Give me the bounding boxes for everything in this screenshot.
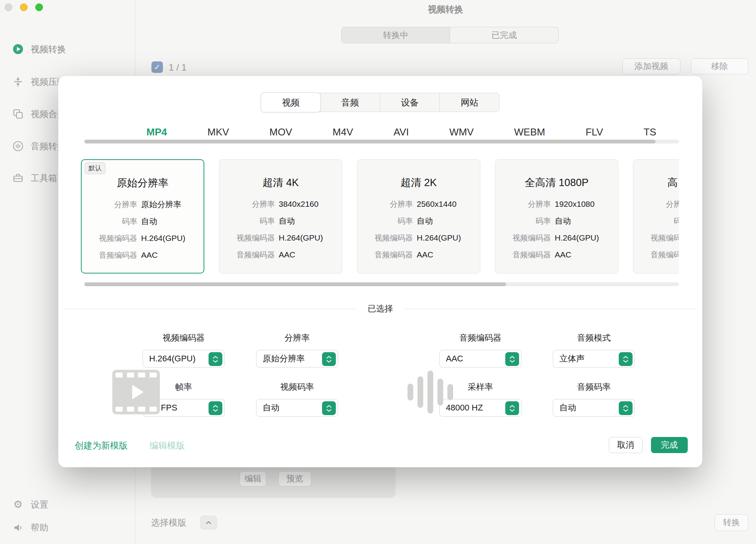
sidebar-item-video-convert[interactable]: 视频转换 <box>12 41 66 58</box>
category-tab-video[interactable]: 视频 <box>261 93 320 112</box>
zoom-button[interactable] <box>35 3 43 11</box>
preset-row-value: H.264(GPU) <box>279 233 323 242</box>
select-value: H.264(GPU) <box>149 354 196 364</box>
play-circle-icon <box>12 43 24 55</box>
preset-row-value: H.264(GPU) <box>417 233 461 242</box>
preset-row-value: 自动 <box>417 216 433 226</box>
category-tab-device[interactable]: 设备 <box>380 93 440 112</box>
preset-card-1080p[interactable]: 全高清 1080P 分辨率1920x1080 码率自动 视频编码器H.264(G… <box>495 159 618 274</box>
select-template-label: 选择模版 <box>151 517 186 529</box>
format-tab-m4v[interactable]: M4V <box>333 126 353 138</box>
select-all-checkbox[interactable]: ✓ <box>151 61 163 73</box>
audio-encoder-select[interactable]: AAC <box>439 350 521 368</box>
preset-row-label: 视频编码器 <box>495 233 551 243</box>
video-bitrate-select[interactable]: 自动 <box>256 399 338 417</box>
sidebar-item-video-merge[interactable]: 视频合并 <box>12 106 66 122</box>
preset-card-partial[interactable]: 高 分辨率 码率 视频编码器 音频编码器 <box>633 159 679 274</box>
tab-converting[interactable]: 转换中 <box>342 27 450 43</box>
preset-card-4k[interactable]: 超清 4K 分辨率3840x2160 码率自动 视频编码器H.264(GPU) … <box>219 159 342 274</box>
format-tab-avi[interactable]: AVI <box>394 126 409 138</box>
cancel-button[interactable]: 取消 <box>609 437 643 453</box>
edit-template-link[interactable]: 编辑模版 <box>150 440 185 452</box>
app-window: 视频转换 转换中 已完成 ✓ 1 / 1 添加视频 移除 编辑 预览 选择模版 … <box>0 0 756 544</box>
preset-row-label: 码率 <box>357 216 413 226</box>
format-tab-wmv[interactable]: WMV <box>449 126 474 138</box>
stepper-icon[interactable] <box>505 401 519 415</box>
video-bitrate-label: 视频码率 <box>256 381 338 393</box>
audio-mode-select[interactable]: 立体声 <box>553 350 635 368</box>
preset-card-original[interactable]: 默认 原始分辨率 分辨率原始分辨率 码率自动 视频编码器H.264(GPU) 音… <box>81 159 204 274</box>
template-collapse-button[interactable] <box>200 516 217 529</box>
stepper-icon[interactable] <box>619 352 633 366</box>
sidebar-item-video-compress[interactable]: 视频压缩 <box>12 73 66 90</box>
preset-row-value: H.264(GPU) <box>555 233 599 242</box>
stepper-icon[interactable] <box>209 352 222 366</box>
play-icon <box>132 385 144 399</box>
select-value: 立体声 <box>559 353 585 364</box>
chevron-up-icon <box>205 519 212 526</box>
stepper-icon[interactable] <box>322 401 336 415</box>
selection-count: 1 / 1 <box>169 62 187 73</box>
stepper-icon[interactable] <box>505 352 519 366</box>
video-encoder-select[interactable]: H.264(GPU) <box>143 350 225 368</box>
preview-button[interactable]: 预览 <box>278 471 311 486</box>
add-video-button[interactable]: 添加视频 <box>622 58 680 74</box>
sidebar-item-help[interactable]: 帮助 <box>12 519 48 536</box>
minimize-button[interactable] <box>20 3 28 11</box>
preset-dialog: 视频 音频 设备 网站 MP4 MKV MOV M4V AVI WMV WEBM… <box>58 76 702 467</box>
preset-title: 全高清 1080P <box>495 176 618 190</box>
preset-row-label: 视频编码器 <box>357 233 413 243</box>
preset-title: 高 <box>633 176 679 190</box>
edit-button[interactable]: 编辑 <box>240 471 266 486</box>
preset-row-value: 自动 <box>555 216 571 226</box>
stepper-icon[interactable] <box>322 352 336 366</box>
gear-icon: ⚙ <box>12 499 24 510</box>
select-value: 原始分辨率 <box>263 353 305 364</box>
video-encoder-label: 视频编码器 <box>143 332 225 344</box>
audio-encoder-label: 音频编码器 <box>439 332 521 344</box>
preset-row-value: 自动 <box>141 216 157 227</box>
preset-scrollbar-thumb[interactable] <box>84 282 506 286</box>
done-button[interactable]: 完成 <box>651 437 688 453</box>
format-tab-mkv[interactable]: MKV <box>207 126 229 138</box>
sidebar-item-settings[interactable]: ⚙ 设置 <box>12 496 48 513</box>
stepper-icon[interactable] <box>619 401 633 415</box>
preset-card-list: 默认 原始分辨率 分辨率原始分辨率 码率自动 视频编码器H.264(GPU) 音… <box>58 159 679 274</box>
preset-row-label: 音频编码器 <box>82 250 137 260</box>
audio-bitrate-label: 音频码率 <box>553 381 635 393</box>
stepper-icon[interactable] <box>209 401 222 415</box>
preset-card-2k[interactable]: 超清 2K 分辨率2560x1440 码率自动 视频编码器H.264(GPU) … <box>357 159 480 274</box>
preset-row-label: 分辨率 <box>495 199 551 209</box>
tab-completed[interactable]: 已完成 <box>450 27 558 43</box>
format-tab-mov[interactable]: MOV <box>270 126 292 138</box>
format-tab-ts[interactable]: TS <box>644 126 656 138</box>
category-tab-audio[interactable]: 音频 <box>320 93 380 112</box>
preset-row-label: 音频编码器 <box>633 250 679 260</box>
convert-button[interactable]: 转换 <box>715 514 748 531</box>
resolution-select[interactable]: 原始分辨率 <box>256 350 338 368</box>
preset-row-value: 3840x2160 <box>279 199 319 209</box>
sidebar-item-label: 设置 <box>31 499 48 511</box>
close-button[interactable] <box>5 3 12 11</box>
category-tabs: 视频 音频 设备 网站 <box>261 93 500 112</box>
format-tab-webm[interactable]: WEBM <box>514 126 545 138</box>
preset-row-label: 分辨率 <box>357 199 413 209</box>
preset-row-value: AAC <box>279 250 295 259</box>
preset-row-value: AAC <box>141 251 158 260</box>
preset-row-label: 分辨率 <box>219 199 275 209</box>
sidebar-item-audio-convert[interactable]: 音频转换 <box>12 138 66 155</box>
create-template-link[interactable]: 创建为新模版 <box>75 440 128 452</box>
remove-button[interactable]: 移除 <box>691 58 748 74</box>
select-value: AAC <box>446 354 463 364</box>
preset-title: 超清 4K <box>219 176 342 190</box>
preset-row-label: 分辨率 <box>633 199 679 209</box>
format-tab-mp4[interactable]: MP4 <box>146 126 167 138</box>
category-tab-website[interactable]: 网站 <box>439 93 499 112</box>
audio-bitrate-select[interactable]: 自动 <box>553 399 635 417</box>
format-tab-flv[interactable]: FLV <box>585 126 603 138</box>
preset-row-value: 2560x1440 <box>417 199 457 209</box>
preset-row-label: 码率 <box>219 216 275 226</box>
sidebar-item-toolbox[interactable]: 工具箱 <box>12 170 57 186</box>
format-scrollbar-thumb[interactable] <box>84 140 656 143</box>
preset-row-value: 1920x1080 <box>555 199 595 209</box>
